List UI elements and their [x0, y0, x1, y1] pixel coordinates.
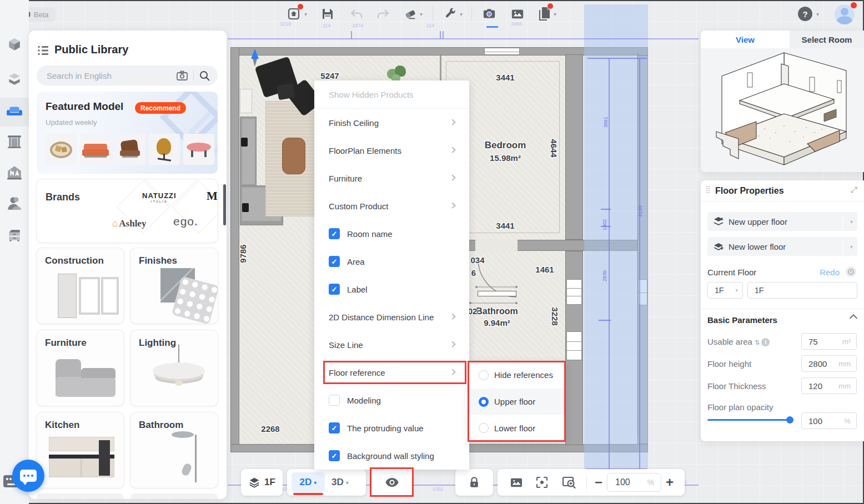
usable-area-input[interactable]: 75m²: [801, 333, 857, 350]
checkbox-checked-icon[interactable]: ✓: [329, 228, 340, 239]
room-name-bedroom[interactable]: Bedroom: [485, 140, 526, 151]
brand-logo-minotti[interactable]: Mi: [207, 189, 218, 203]
featured-thumb-round-table[interactable]: [183, 134, 214, 165]
search-input[interactable]: [47, 71, 177, 80]
tools-caret-icon[interactable]: ▾: [460, 11, 463, 17]
floor-thickness-input[interactable]: 120mm: [801, 377, 857, 394]
design-cube-icon[interactable]: [6, 37, 23, 53]
eraser-caret-icon[interactable]: ▾: [420, 11, 423, 17]
panel-drag-handle[interactable]: ⣿: [705, 187, 711, 191]
category-kitchen[interactable]: Kitchen: [37, 412, 124, 488]
chevron-down-icon[interactable]: ▾: [850, 219, 853, 225]
category-bathroom[interactable]: Bathroom: [130, 412, 218, 488]
info-icon[interactable]: i: [761, 338, 770, 346]
featured-thumb-rattan-sofa[interactable]: [46, 134, 77, 165]
radio-unselected-icon[interactable]: [479, 423, 489, 433]
save-button[interactable]: [321, 7, 334, 21]
featured-thumb-swivel-chair[interactable]: [149, 134, 180, 165]
menu-item-floor-reference[interactable]: Floor reference: [314, 359, 469, 386]
checkbox-unchecked-icon[interactable]: [329, 395, 340, 406]
chevron-down-icon[interactable]: ▾: [850, 244, 853, 250]
option-hide-references[interactable]: Hide references: [469, 362, 565, 389]
new-upper-floor-button[interactable]: New upper floor ▾: [707, 212, 857, 231]
redo-button[interactable]: [376, 7, 390, 21]
undo-button[interactable]: [350, 7, 363, 21]
help-caret-icon[interactable]: ▾: [816, 11, 819, 17]
menu-item-size-line[interactable]: Size Line: [314, 331, 469, 359]
account-person-icon[interactable]: [6, 195, 23, 211]
floor-selector-button[interactable]: 1F: [241, 469, 283, 496]
image-gallery-button[interactable]: [511, 7, 524, 21]
mode-2d-button[interactable]: 2D ▾: [292, 472, 325, 492]
checkbox-checked-icon[interactable]: ✓: [329, 284, 340, 295]
brand-logo-natuzzi[interactable]: NATUZZI ITALIA: [142, 191, 177, 203]
mode-3d-button[interactable]: 3D ▾: [331, 477, 349, 488]
new-lower-floor-button[interactable]: New lower floor ▾: [707, 237, 857, 256]
document-caret-icon[interactable]: ▾: [554, 11, 556, 17]
brand-logo-ego[interactable]: ego.: [173, 215, 198, 228]
zoom-region-button[interactable]: [562, 476, 576, 489]
window-right-wall-2[interactable]: [566, 331, 582, 360]
menu-item-room-name[interactable]: ✓Room name: [314, 220, 469, 248]
zoom-out-button[interactable]: −: [595, 477, 602, 488]
reference-visibility-button[interactable]: [370, 469, 413, 496]
collapse-chevron-icon[interactable]: [850, 314, 857, 322]
checkbox-checked-icon[interactable]: ✓: [329, 450, 340, 461]
category-construction[interactable]: Construction: [37, 248, 124, 324]
chat-button[interactable]: [12, 460, 44, 492]
featured-thumb-lounge-chair[interactable]: [114, 134, 145, 165]
menu-item-modeling[interactable]: Modeling: [314, 386, 469, 414]
storage-cabinet-icon[interactable]: [6, 227, 23, 244]
construction-door-icon[interactable]: [6, 133, 23, 150]
home-caret-icon[interactable]: ▾: [304, 11, 307, 17]
featured-thumb-orange-sofa[interactable]: [80, 134, 111, 165]
panel-scrollbar[interactable]: [223, 184, 226, 225]
door-leaf[interactable]: [478, 291, 516, 296]
window-right-wall-1[interactable]: [566, 279, 582, 305]
menu-item-custom-product[interactable]: Custom Product: [314, 192, 469, 220]
floor-select[interactable]: 1F▾: [707, 282, 743, 299]
ottoman[interactable]: [277, 83, 295, 100]
floor-name-input[interactable]: 1F: [747, 282, 857, 299]
tools-wrench-button[interactable]: [444, 7, 457, 21]
opacity-slider-handle[interactable]: [786, 416, 793, 424]
radio-unselected-icon[interactable]: [479, 370, 489, 380]
featured-model-card[interactable]: Featured Model Recommend Updated weekly: [37, 92, 218, 174]
wall-bedroom-right-upper[interactable]: [565, 54, 583, 240]
search-icon[interactable]: [199, 70, 210, 81]
menu-item-finish-ceiling[interactable]: Finish Ceiling: [314, 109, 469, 137]
window-top-wall[interactable]: [484, 48, 520, 55]
opacity-input[interactable]: 100%: [801, 412, 857, 429]
ai-design-icon[interactable]: [6, 164, 23, 181]
checkbox-checked-icon[interactable]: ✓: [329, 422, 340, 434]
eraser-button[interactable]: [404, 7, 417, 21]
tab-select-room[interactable]: Select Room: [790, 31, 864, 48]
floor-height-input[interactable]: 2800mm: [801, 355, 857, 372]
menu-item-label[interactable]: ✓Label: [314, 275, 469, 303]
brand-logo-ashley[interactable]: ⌂ Ashley: [112, 218, 146, 229]
snapshot-image-button[interactable]: [510, 476, 523, 488]
lock-button[interactable]: [455, 469, 493, 496]
category-furniture[interactable]: Furniture: [37, 330, 124, 406]
expand-icon[interactable]: ⤢: [851, 185, 857, 195]
menu-item-furniture[interactable]: Furniture: [314, 164, 469, 192]
tab-view[interactable]: View: [701, 31, 790, 48]
option-upper-floor[interactable]: Upper floor: [469, 389, 565, 415]
history-clock-icon[interactable]: [846, 266, 856, 277]
menu-item-2d-distance-dimension-line[interactable]: 2D Distance Dimension Line: [314, 303, 469, 331]
category-lighting[interactable]: Lighting: [130, 330, 218, 406]
render-camera-button[interactable]: [483, 7, 496, 21]
panel-menu-icon[interactable]: [38, 46, 49, 56]
checkbox-checked-icon[interactable]: ✓: [329, 256, 340, 267]
house-3d-preview[interactable]: [701, 48, 864, 172]
coffee-table[interactable]: [282, 138, 305, 174]
category-finishes[interactable]: Finishes: [130, 248, 218, 324]
zoom-level-input[interactable]: 100 %: [607, 473, 661, 492]
document-button[interactable]: [538, 7, 551, 21]
menu-item-floorplan-elements[interactable]: FloorPlan Elements: [314, 137, 469, 164]
redo-link[interactable]: Redo: [820, 268, 840, 277]
furniture-library-icon[interactable]: [6, 103, 23, 120]
model-layers-icon[interactable]: [6, 71, 23, 88]
room-name-bathroom[interactable]: Bathroom: [476, 306, 518, 316]
search-camera-icon[interactable]: [177, 70, 188, 80]
